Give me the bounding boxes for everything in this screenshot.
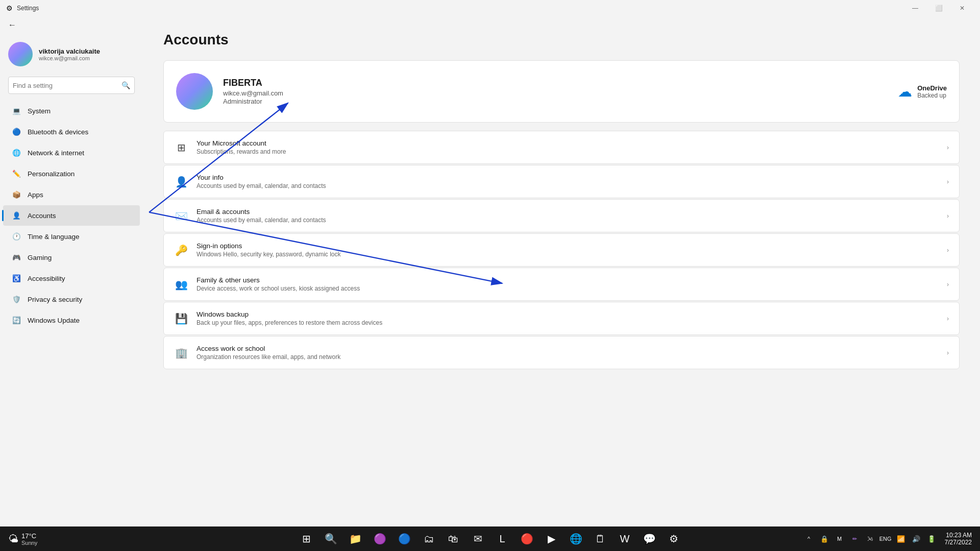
settings-text-microsoft-account: Your Microsoft account Subscriptions, re…	[197, 139, 939, 155]
taskbar-app-chrome[interactable]: 🌐	[565, 528, 586, 549]
nav-label-gaming: Gaming	[28, 254, 52, 261]
settings-text-access-work: Access work or school Organization resou…	[197, 345, 939, 361]
nav-icon-personalization: ✏️	[11, 169, 21, 179]
settings-title-microsoft-account: Your Microsoft account	[197, 139, 939, 147]
settings-item-your-info[interactable]: 👤 Your info Accounts used by email, cale…	[163, 165, 960, 198]
profile-email: wikce.w@gmail.com	[223, 89, 283, 97]
sidebar-item-bluetooth[interactable]: 🔵 Bluetooth & devices	[3, 122, 140, 142]
profile-card: FIBERTA wikce.w@gmail.com Administrator …	[163, 60, 960, 123]
taskbar-app-mcafee[interactable]: 🔴	[516, 528, 537, 549]
taskbar-app-start[interactable]: ⊞	[296, 528, 317, 549]
settings-item-windows-backup[interactable]: 💾 Windows backup Back up your files, app…	[163, 302, 960, 335]
taskbar-app-mail[interactable]: ✉	[467, 528, 488, 549]
profile-info: FIBERTA wikce.w@gmail.com Administrator	[223, 78, 283, 105]
search-input[interactable]	[13, 82, 121, 89]
settings-icon-family-users: 👥	[174, 277, 188, 292]
nav-label-privacy: Privacy & security	[28, 296, 82, 303]
tray-lang[interactable]: ENG	[878, 530, 893, 548]
taskbar-tray: ^ 🔒 M ✏ 🌬 ENG 📶 🔊 🔋	[802, 530, 939, 548]
taskbar-app-word[interactable]: W	[614, 528, 635, 549]
tray-chevron[interactable]: ^	[802, 530, 816, 548]
taskbar-app-slack[interactable]: 💬	[639, 528, 660, 549]
weather-temp: 17°C	[21, 532, 37, 540]
user-info: viktorija valciukaite wikce.w@gmail.com	[39, 47, 100, 61]
onedrive-status: Backed up	[917, 92, 947, 99]
avatar	[8, 42, 33, 66]
back-button[interactable]: ←	[8, 20, 16, 30]
search-box[interactable]: 🔍	[8, 77, 135, 94]
taskbar-clock[interactable]: 10:23 AM 7/27/2022	[941, 532, 976, 546]
taskbar-app-settings2[interactable]: ⚙	[663, 528, 684, 549]
settings-icon-microsoft-account: ⊞	[174, 140, 188, 155]
profile-avatar-image	[176, 73, 213, 110]
taskbar-app-edge[interactable]: 🔵	[394, 528, 415, 549]
settings-text-email-accounts: Email & accounts Accounts used by email,…	[197, 208, 939, 224]
taskbar-app-explorer[interactable]: 📁	[345, 528, 366, 549]
settings-title-windows-backup: Windows backup	[197, 310, 939, 318]
sidebar-item-gaming[interactable]: 🎮 Gaming	[3, 247, 140, 268]
settings-desc-access-work: Organization resources like email, apps,…	[197, 353, 939, 361]
settings-chevron-your-info: ›	[947, 178, 949, 185]
settings-item-family-users[interactable]: 👥 Family & other users Device access, wo…	[163, 268, 960, 301]
sidebar-item-accounts[interactable]: 👤 Accounts	[3, 205, 140, 226]
tray-battery[interactable]: 🔋	[924, 530, 939, 548]
app-container: ← viktorija valciukaite wikce.w@gmail.co…	[0, 16, 980, 526]
settings-item-signin-options[interactable]: 🔑 Sign-in options Windows Hello, securit…	[163, 233, 960, 267]
nav-label-update: Windows Update	[28, 317, 80, 324]
sidebar-item-network[interactable]: 🌐 Network & internet	[3, 142, 140, 163]
settings-chevron-microsoft-account: ›	[947, 144, 949, 151]
user-profile: viktorija valciukaite wikce.w@gmail.com	[0, 32, 143, 75]
taskbar-app-lexmark[interactable]: L	[492, 528, 513, 549]
tray-icon-4[interactable]: 🌬	[863, 530, 877, 548]
date-text: 7/27/2022	[945, 539, 972, 546]
sidebar-item-system[interactable]: 💻 System	[3, 101, 140, 121]
title-bar-controls: — ⬜ ✕	[903, 0, 974, 16]
settings-item-access-work[interactable]: 🏢 Access work or school Organization res…	[163, 336, 960, 369]
sidebar-item-personalization[interactable]: ✏️ Personalization	[3, 163, 140, 184]
settings-item-email-accounts[interactable]: ✉️ Email & accounts Accounts used by ema…	[163, 199, 960, 232]
settings-chevron-windows-backup: ›	[947, 315, 949, 322]
weather-desc: Sunny	[21, 540, 37, 546]
settings-chevron-family-users: ›	[947, 281, 949, 288]
settings-text-windows-backup: Windows backup Back up your files, apps,…	[197, 310, 939, 326]
tray-icon-3[interactable]: ✏	[848, 530, 862, 548]
settings-icon: ⚙	[6, 4, 13, 12]
settings-list: ⊞ Your Microsoft account Subscriptions, …	[163, 131, 960, 369]
settings-item-microsoft-account[interactable]: ⊞ Your Microsoft account Subscriptions, …	[163, 131, 960, 164]
profile-name: FIBERTA	[223, 78, 283, 88]
nav-label-accounts: Accounts	[28, 212, 56, 220]
sidebar-item-update[interactable]: 🔄 Windows Update	[3, 310, 140, 330]
nav-label-accessibility: Accessibility	[28, 275, 65, 282]
tray-sound[interactable]: 🔊	[909, 530, 923, 548]
page-title: Accounts	[163, 32, 960, 48]
taskbar-app-search[interactable]: 🔍	[320, 528, 341, 549]
maximize-button[interactable]: ⬜	[927, 0, 950, 16]
sidebar-item-apps[interactable]: 📦 Apps	[3, 184, 140, 205]
main-content: Accounts FIBERTA wikce.w@gmail.com Admin…	[143, 16, 980, 526]
close-button[interactable]: ✕	[950, 0, 974, 16]
taskbar-app-store[interactable]: 🛍	[443, 528, 464, 549]
settings-chevron-email-accounts: ›	[947, 212, 949, 220]
settings-desc-signin-options: Windows Hello, security key, password, d…	[197, 251, 939, 258]
tray-wifi[interactable]: 📶	[894, 530, 908, 548]
tray-icon-1[interactable]: 🔒	[817, 530, 831, 548]
tray-icon-2[interactable]: M	[832, 530, 847, 548]
settings-chevron-access-work: ›	[947, 349, 949, 356]
sidebar-item-accessibility[interactable]: ♿ Accessibility	[3, 268, 140, 289]
taskbar-app-file[interactable]: 🗂	[418, 528, 439, 549]
settings-desc-windows-backup: Back up your files, apps, preferences to…	[197, 319, 939, 326]
sidebar-item-privacy[interactable]: 🛡️ Privacy & security	[3, 289, 140, 309]
settings-title-family-users: Family & other users	[197, 276, 939, 284]
taskbar-app-youtube[interactable]: ▶	[541, 528, 562, 549]
minimize-button[interactable]: —	[903, 0, 927, 16]
taskbar-right: ^ 🔒 M ✏ 🌬 ENG 📶 🔊 🔋 10:23 AM 7/27/2022	[802, 530, 976, 548]
profile-avatar	[176, 73, 213, 110]
taskbar-app-notes[interactable]: 🗒	[590, 528, 611, 549]
weather-widget[interactable]: 🌤 17°C Sunny	[4, 530, 41, 548]
taskbar-app-teams[interactable]: 🟣	[369, 528, 390, 549]
title-bar: ⚙ Settings — ⬜ ✕	[0, 0, 980, 16]
search-icon: 🔍	[121, 81, 130, 89]
nav-icon-update: 🔄	[11, 315, 21, 325]
sidebar-item-time[interactable]: 🕐 Time & language	[3, 226, 140, 247]
settings-icon-windows-backup: 💾	[174, 312, 188, 326]
